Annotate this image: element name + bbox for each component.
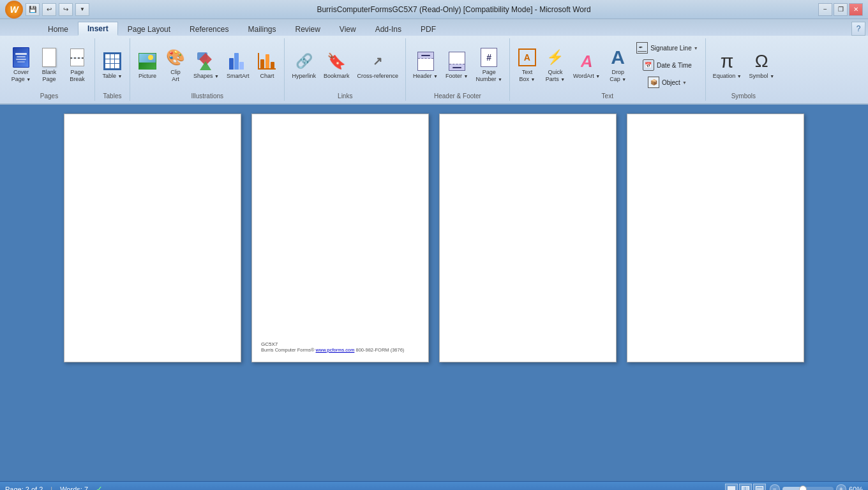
help-button[interactable]: ? — [851, 22, 865, 36]
blank-page-icon — [39, 47, 59, 68]
page-number-icon: # — [479, 47, 499, 68]
blank-page-label: BlankPage — [42, 69, 57, 83]
pages-items: CoverPage ▼ BlankPage — [8, 40, 91, 91]
cross-reference-icon: ↗ — [368, 51, 388, 71]
pages-group-label: Pages — [40, 91, 58, 100]
ribbon-group-pages: CoverPage ▼ BlankPage — [4, 38, 95, 101]
symbol-button[interactable]: Ω Symbol ▼ — [746, 47, 777, 84]
ribbon-group-links: 🔗 Hyperlink 🔖 Bookmark ↗ Cross-reference — [285, 38, 406, 101]
tab-view[interactable]: View — [330, 22, 366, 36]
page-4[interactable] — [627, 114, 804, 362]
chart-button[interactable]: Chart — [253, 47, 280, 84]
table-icon — [102, 51, 123, 71]
zoom-level: 60% — [849, 486, 863, 491]
wordart-icon: A — [576, 51, 597, 71]
tab-bar: Home Insert Page Layout References Maili… — [0, 19, 868, 36]
drop-cap-label: DropCap ▼ — [610, 69, 626, 83]
cross-reference-button[interactable]: ↗ Cross-reference — [354, 47, 402, 84]
quick-save[interactable]: 💾 — [26, 3, 40, 16]
chart-label: Chart — [260, 73, 274, 79]
ribbon: Home Insert Page Layout References Maili… — [0, 19, 868, 105]
links-items: 🔗 Hyperlink 🔖 Bookmark ↗ Cross-reference — [288, 40, 401, 91]
bookmark-label: Bookmark — [324, 73, 350, 79]
header-button[interactable]: Header ▼ — [410, 47, 441, 84]
print-layout-view[interactable] — [725, 484, 738, 491]
tab-pdf[interactable]: PDF — [411, 22, 445, 36]
document-area: GC5X7 Burris Computer Forms® www.pcforms… — [0, 105, 868, 481]
web-layout-view[interactable] — [753, 484, 766, 491]
date-time-button[interactable]: 📅 Date & Time — [632, 57, 701, 73]
tab-review[interactable]: Review — [285, 22, 329, 36]
header-footer-group-label: Header & Footer — [434, 91, 481, 100]
minimize-button[interactable]: − — [818, 3, 832, 16]
bookmark-button[interactable]: 🔖 Bookmark — [320, 47, 353, 84]
shapes-icon — [196, 51, 216, 71]
table-button[interactable]: Table ▼ — [99, 47, 126, 84]
clip-art-button[interactable]: 🎨 ClipArt — [162, 45, 189, 85]
wordart-label: WordArt ▼ — [573, 73, 600, 79]
page-2[interactable]: GC5X7 Burris Computer Forms® www.pcforms… — [251, 114, 429, 362]
equation-button[interactable]: π Equation ▼ — [710, 47, 745, 84]
cover-page-label: CoverPage ▼ — [11, 69, 31, 83]
tab-mailings[interactable]: Mailings — [238, 22, 285, 36]
quick-customize[interactable]: ▼ — [75, 3, 89, 16]
zoom-in-button[interactable]: + — [836, 484, 846, 491]
header-footer-items: Header ▼ Footer ▼ # — [410, 40, 505, 91]
shapes-label: Shapes ▼ — [193, 73, 219, 79]
footer-label: Footer ▼ — [445, 73, 468, 79]
status-bar-right: − + 60% — [725, 484, 863, 491]
wordart-button[interactable]: A WordArt ▼ — [570, 47, 603, 84]
tables-items: Table ▼ — [99, 40, 126, 91]
office-logo: W — [5, 1, 23, 19]
shapes-button[interactable]: Shapes ▼ — [190, 47, 222, 84]
tab-addins[interactable]: Add-Ins — [366, 22, 411, 36]
text-small-stack: ✒ Signature Line ▼ 📅 Date & Time — [632, 40, 701, 91]
header-icon — [415, 51, 436, 71]
zoom-slider[interactable] — [782, 487, 834, 491]
view-buttons — [725, 484, 766, 491]
signature-line-button[interactable]: ✒ Signature Line ▼ — [632, 40, 701, 56]
spell-check-icon[interactable]: ✓ — [96, 484, 103, 490]
ribbon-group-tables: Table ▼ Tables — [95, 38, 130, 101]
tab-references[interactable]: References — [180, 22, 238, 36]
drop-cap-button[interactable]: A DropCap ▼ — [604, 45, 631, 85]
page-3[interactable] — [439, 114, 617, 362]
page-break-button[interactable]: PageBreak — [64, 45, 91, 85]
signature-line-dropdown: ▼ — [694, 46, 698, 50]
page-break-icon — [67, 47, 87, 68]
restore-button[interactable]: ❐ — [834, 3, 848, 16]
table-label: Table ▼ — [103, 73, 123, 79]
page-2-footer-line1: GC5X7 — [261, 341, 404, 347]
hyperlink-button[interactable]: 🔗 Hyperlink — [288, 47, 319, 84]
equation-label: Equation ▼ — [713, 73, 742, 79]
page-2-footer-line2: Burris Computer Forms® www.pcforms.com 8… — [261, 347, 404, 353]
quick-undo[interactable]: ↩ — [42, 3, 56, 16]
quick-parts-icon: ⚡ — [545, 47, 565, 68]
page-number-button[interactable]: # PageNumber ▼ — [472, 45, 505, 85]
quick-redo[interactable]: ↪ — [59, 3, 73, 16]
footer-button[interactable]: Footer ▼ — [442, 47, 471, 84]
full-screen-view[interactable] — [739, 484, 752, 491]
zoom-out-button[interactable]: − — [770, 484, 780, 491]
symbols-group-label: Symbols — [731, 91, 756, 100]
close-button[interactable]: ✕ — [849, 3, 863, 16]
text-group-label: Text — [602, 91, 613, 100]
tab-home[interactable]: Home — [38, 22, 78, 36]
symbols-items: π Equation ▼ Ω Symbol ▼ — [710, 40, 777, 91]
signature-line-icon: ✒ — [636, 41, 648, 54]
page-1[interactable] — [64, 114, 241, 362]
picture-label: Picture — [138, 73, 156, 79]
blank-page-button[interactable]: BlankPage — [36, 45, 63, 85]
illustrations-group-label: Illustrations — [191, 91, 223, 100]
smartart-button[interactable]: SmartArt — [223, 47, 253, 84]
cover-page-button[interactable]: CoverPage ▼ — [8, 45, 34, 85]
ribbon-group-text: A TextBox ▼ ⚡ QuickParts ▼ A WordArt ▼ — [510, 38, 706, 101]
object-button[interactable]: 📦 Object ▼ — [632, 74, 701, 91]
quick-parts-button[interactable]: ⚡ QuickParts ▼ — [542, 45, 569, 85]
picture-button[interactable]: Picture — [134, 47, 161, 84]
text-box-button[interactable]: A TextBox ▼ — [514, 45, 541, 85]
tab-page-layout[interactable]: Page Layout — [118, 22, 180, 36]
tab-insert[interactable]: Insert — [78, 22, 118, 36]
ribbon-group-header-footer: Header ▼ Footer ▼ # — [406, 38, 510, 101]
page-2-footer: GC5X7 Burris Computer Forms® www.pcforms… — [261, 341, 404, 353]
